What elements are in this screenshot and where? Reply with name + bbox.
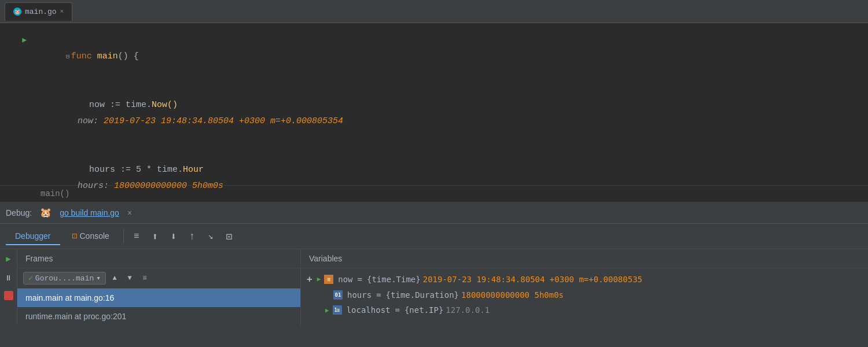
goroutine-selector[interactable]: ✓ Gorou....main ▾ — [23, 272, 106, 285]
frame-up-button[interactable]: ▲ — [108, 272, 121, 285]
var-icon-net-localhost: 1≡ — [333, 305, 342, 315]
var-val-hours: 18000000000000 5h0m0s — [461, 290, 564, 300]
toolbar-btn-step-into[interactable]: ⬇ — [165, 228, 182, 245]
resume-button[interactable]: ▶ — [2, 252, 16, 265]
method-now: Now() — [152, 100, 178, 110]
frame-list-button[interactable]: ≡ — [138, 272, 151, 285]
var-val-now: 2019-07-23 19:48:34.80504 +0300 m=+0.000… — [423, 275, 642, 284]
goroutine-label: Gorou....main — [35, 274, 94, 283]
toolbar-separator-1 — [123, 230, 124, 243]
tab-close-button[interactable]: × — [60, 8, 64, 15]
variables-list: + ▶ ≡ now = {time.Time} 2019-07-23 19:48… — [301, 268, 868, 326]
keyword-func: func — [71, 51, 97, 61]
var-add-button[interactable]: + — [307, 274, 312, 285]
tab-console[interactable]: ⊡ Console — [62, 228, 119, 245]
var-now: now — [89, 100, 105, 110]
var-icon-dur-hours: 01 — [333, 290, 343, 300]
var-icon-struct-now: ≡ — [324, 275, 333, 284]
console-icon: ⊡ — [72, 232, 78, 240]
code-editor: ▶ ⊟func main() { now := time.Now() now: … — [0, 23, 868, 185]
var-name-localhost: localhost — [347, 305, 391, 315]
var-val-localhost: 127.0.0.1 — [446, 305, 490, 315]
side-action-panel: ▶ ⏸ — [0, 249, 17, 326]
code-line-1: ▶ ⊟func main() { — [0, 32, 868, 81]
frame-down-button[interactable]: ▼ — [123, 272, 136, 285]
var-row-hours: 01 hours = {time.Duration} 1800000000000… — [301, 287, 868, 302]
toolbar-btn-evaluate[interactable]: ⊡ — [221, 228, 237, 245]
code-func: ⊟func main() { — [35, 32, 868, 81]
debug-session-icon: 🐹 — [40, 207, 52, 219]
toolbar-btn-step-over[interactable]: ⬆ — [147, 228, 163, 245]
debug-label: Debug: — [6, 208, 32, 217]
pause-button[interactable]: ⏸ — [2, 271, 16, 285]
toolbar-btn-step-out[interactable]: ↑ — [184, 228, 200, 245]
debug-panel: Debug: 🐹 go build main.go × Debugger ⊡ C… — [0, 202, 868, 347]
debug-session-close[interactable]: × — [127, 208, 132, 217]
fold-icon[interactable]: ⊟ — [66, 53, 70, 60]
goroutine-toolbar: ✓ Gorou....main ▾ ▲ ▼ ≡ — [17, 268, 300, 289]
punct-open: () { — [118, 51, 139, 61]
gutter-run: ▶ — [0, 32, 35, 49]
goroutine-dropdown-icon: ▾ — [96, 274, 101, 283]
code-line-2: now := time.Now() now: 2019-07-23 19:48:… — [0, 81, 868, 146]
var-expand-localhost[interactable]: ▶ — [325, 307, 329, 314]
frame-item-1[interactable]: runtime.main at proc.go:201 — [17, 307, 300, 326]
var-row-now: + ▶ ≡ now = {time.Time} 2019-07-23 19:48… — [301, 271, 868, 287]
pkg-time: time — [126, 100, 146, 110]
toolbar-btn-menu[interactable]: ≡ — [128, 228, 145, 245]
debug-session-name: go build main.go — [60, 208, 119, 217]
go-tab-icon: 🐹 — [13, 8, 21, 16]
variables-panel: Variables + ▶ ≡ now = {time.Time} 2019-0… — [301, 249, 868, 326]
inline-comment-hours: hours: 18000000000000 5h0m0s — [78, 181, 223, 191]
var-hours: hours — [89, 165, 115, 175]
stop-button[interactable] — [4, 291, 13, 300]
tab-main-go[interactable]: 🐹 main.go × — [5, 2, 72, 21]
frame-item-0[interactable]: main.main at main.go:16 — [17, 289, 300, 307]
frame-list: main.main at main.go:16 runtime.main at … — [17, 289, 300, 326]
debug-inner-area: ▶ ⏸ Frames ✓ Gorou....main ▾ ▲ ▼ ≡ ma — [0, 249, 868, 326]
inline-comment-now: now: 2019-07-23 19:48:34.80504 +0300 m=+… — [78, 116, 343, 126]
frames-panel: Frames ✓ Gorou....main ▾ ▲ ▼ ≡ main.main… — [17, 249, 301, 326]
var-row-localhost: ▶ 1≡ localhost = {net.IP} 127.0.0.1 — [301, 302, 868, 318]
tab-label: main.go — [25, 8, 57, 16]
tab-bar: 🐹 main.go × — [0, 0, 868, 23]
assign-now: := — [105, 100, 126, 110]
func-name: main — [97, 51, 118, 61]
var-name-hours: hours — [347, 290, 372, 300]
frames-header: Frames — [17, 249, 300, 268]
tab-debugger[interactable]: Debugger — [6, 228, 60, 245]
var-name-now: now — [338, 275, 352, 284]
variables-header: Variables — [301, 249, 868, 268]
goroutine-check-icon: ✓ — [28, 274, 33, 283]
method-hour: Hour — [183, 165, 204, 175]
run-button[interactable]: ▶ — [22, 32, 27, 49]
var-expand-now[interactable]: ▶ — [317, 275, 321, 283]
code-hours: hours := 5 * time.Hour hours: 1800000000… — [35, 146, 868, 211]
toolbar-btn-run-cursor[interactable]: ↘ — [203, 228, 219, 245]
debug-toolbar: Debugger ⊡ Console ≡ ⬆ ⬇ ↑ ↘ ⊡ — [0, 224, 868, 249]
code-now: now := time.Now() now: 2019-07-23 19:48:… — [35, 81, 868, 146]
debug-session-bar: Debug: 🐹 go build main.go × — [0, 202, 868, 224]
code-line-3: hours := 5 * time.Hour hours: 1800000000… — [0, 146, 868, 211]
